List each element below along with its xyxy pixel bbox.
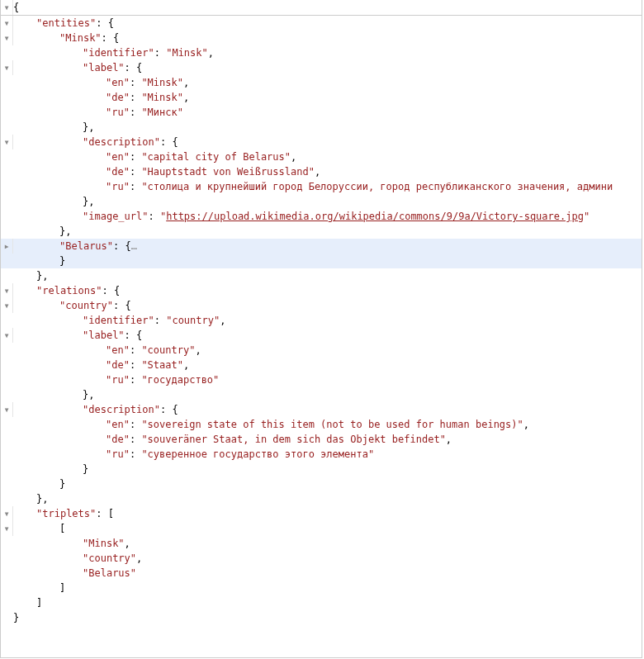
line-entities: ▾"entities": { bbox=[1, 16, 642, 31]
toggle-relations[interactable]: ▾ bbox=[2, 283, 11, 298]
json-viewer[interactable]: ▾{ ▾"entities": { ▾"Minsk": { "identifie… bbox=[0, 0, 642, 658]
line-relations-close: }, bbox=[1, 491, 642, 506]
toggle-rel-label[interactable]: ▾ bbox=[2, 328, 11, 343]
line-label-close: }, bbox=[1, 120, 642, 135]
image-url-link[interactable]: https://upload.wikimedia.org/wikipedia/c… bbox=[166, 211, 584, 222]
line-rel-label-de: "de": "Staat", bbox=[1, 358, 642, 372]
line-relations: ▾"relations": { bbox=[1, 283, 642, 298]
line-label-en: "en": "Minsk", bbox=[1, 75, 642, 90]
line-rel-desc-de: "de": "souveräner Staat, in dem sich das… bbox=[1, 432, 642, 447]
line-minsk-identifier: "identifier": "Minsk", bbox=[1, 45, 642, 60]
line-minsk-label: ▾"label": { bbox=[1, 60, 642, 75]
toggle-label[interactable]: ▾ bbox=[2, 60, 11, 75]
line-triplet-0-close: ] bbox=[1, 581, 642, 595]
toggle-triplets[interactable]: ▾ bbox=[2, 506, 11, 521]
toggle-belarus[interactable]: ▸ bbox=[2, 239, 11, 254]
toggle-desc[interactable]: ▾ bbox=[2, 135, 11, 149]
line-country: ▾"country": { bbox=[1, 298, 642, 313]
toggle-root[interactable]: ▾ bbox=[2, 0, 11, 15]
toggle-country[interactable]: ▾ bbox=[2, 298, 11, 313]
line-rel-label-en: "en": "country", bbox=[1, 343, 642, 358]
line-triplet-0-open: ▾[ bbox=[1, 521, 642, 536]
line-rel-label-close: }, bbox=[1, 387, 642, 402]
line-open-root: ▾{ bbox=[1, 0, 642, 15]
line-minsk-desc: ▾"description": { bbox=[1, 135, 642, 149]
line-entities-close: }, bbox=[1, 268, 642, 283]
line-rel-desc: ▾"description": { bbox=[1, 402, 642, 417]
line-rel-label-ru: "ru": "государство" bbox=[1, 372, 642, 387]
line-trip2: "Belarus" bbox=[1, 566, 642, 581]
line-desc-close: }, bbox=[1, 194, 642, 209]
toggle-triplet-0[interactable]: ▾ bbox=[2, 521, 11, 536]
line-trip0: "Minsk", bbox=[1, 536, 642, 551]
line-country-close: } bbox=[1, 476, 642, 491]
line-desc-ru: "ru": "столица и крупнейший город Белору… bbox=[1, 179, 642, 194]
toggle-rel-desc[interactable]: ▾ bbox=[2, 402, 11, 417]
line-label-ru: "ru": "Минск" bbox=[1, 105, 642, 120]
line-rel-label: ▾"label": { bbox=[1, 328, 642, 343]
line-trip1: "country", bbox=[1, 551, 642, 566]
line-belarus-close: } bbox=[1, 254, 642, 268]
line-rel-desc-ru: "ru": "суверенное государство этого элем… bbox=[1, 447, 642, 462]
line-desc-en: "en": "capital city of Belarus", bbox=[1, 149, 642, 164]
line-belarus-collapsed[interactable]: ▸"Belarus": {… bbox=[1, 239, 642, 254]
line-label-de: "de": "Minsk", bbox=[1, 90, 642, 105]
line-rel-desc-en: "en": "sovereign state of this item (not… bbox=[1, 417, 642, 432]
line-desc-de: "de": "Hauptstadt von Weißrussland", bbox=[1, 164, 642, 179]
line-triplets: ▾"triplets": [ bbox=[1, 506, 642, 521]
ellipsis-icon: … bbox=[131, 240, 138, 252]
toggle-minsk[interactable]: ▾ bbox=[2, 31, 11, 45]
line-root-close: } bbox=[1, 610, 642, 625]
line-minsk: ▾"Minsk": { bbox=[1, 31, 642, 45]
line-triplets-close: ] bbox=[1, 595, 642, 610]
line-image-url: "image_url": "https://upload.wikimedia.o… bbox=[1, 209, 642, 224]
toggle-entities[interactable]: ▾ bbox=[2, 16, 11, 31]
line-rel-identifier: "identifier": "country", bbox=[1, 313, 642, 328]
line-minsk-close: }, bbox=[1, 224, 642, 239]
line-rel-desc-close: } bbox=[1, 462, 642, 476]
